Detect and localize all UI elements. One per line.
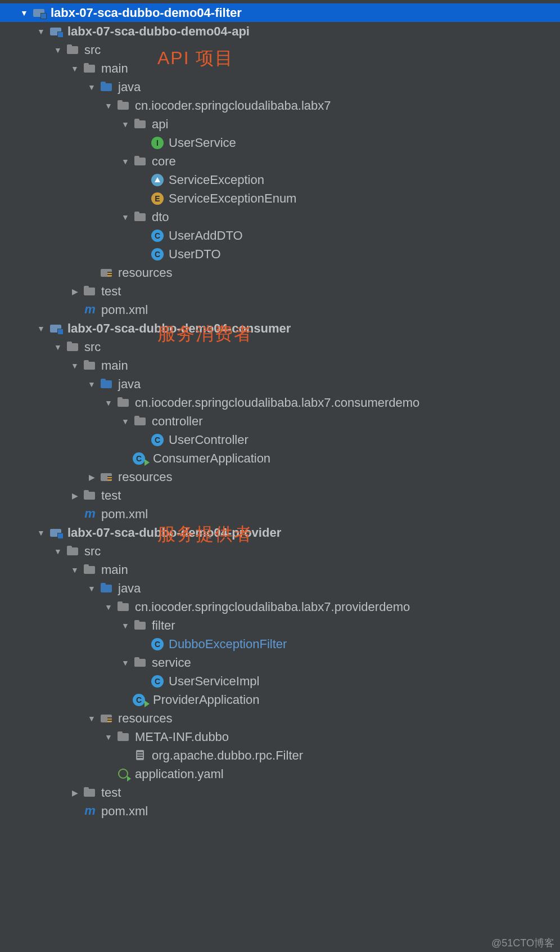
tree-item-label: UserDTO <box>169 247 221 262</box>
expand-arrow-down-icon[interactable]: ▼ <box>70 64 80 73</box>
expand-arrow-down-icon[interactable]: ▼ <box>120 621 130 630</box>
module-provider[interactable]: ▼labx-07-sca-dubbo-demo04-provider <box>0 523 560 542</box>
expand-arrow-down-icon[interactable]: ▼ <box>70 565 80 574</box>
expand-arrow-down-icon[interactable]: ▼ <box>87 714 97 723</box>
package-service[interactable]: ▼service <box>0 653 560 672</box>
expand-arrow-down-icon[interactable]: ▼ <box>70 361 80 370</box>
expand-arrow-down-icon[interactable]: ▼ <box>103 398 114 407</box>
expand-arrow-down-icon[interactable]: ▼ <box>53 547 63 556</box>
package[interactable]: ▼cn.iocoder.springcloudalibaba.labx7.con… <box>0 393 560 412</box>
expand-arrow-right-icon[interactable]: ▶ <box>70 491 80 500</box>
file-pom[interactable]: ▼mpom.xml <box>0 505 560 523</box>
folder-icon <box>83 489 97 502</box>
tree-item-label: src <box>84 544 101 559</box>
class-userserviceimpl[interactable]: ▼CUserServiceImpl <box>0 672 560 690</box>
project-tree[interactable]: ▼labx-07-sca-dubbo-demo04-filter▼labx-07… <box>0 0 560 820</box>
interface-userservice[interactable]: ▼IUserService <box>0 133 560 152</box>
folder-icon <box>66 545 80 558</box>
folder-src[interactable]: ▼src <box>0 338 560 356</box>
expand-arrow-down-icon[interactable]: ▼ <box>120 120 130 129</box>
expand-arrow-down-icon[interactable]: ▼ <box>120 658 130 667</box>
tree-item-label: java <box>118 80 141 95</box>
expand-arrow-down-icon[interactable]: ▼ <box>120 157 130 166</box>
expand-arrow-down-icon[interactable]: ▼ <box>87 380 97 389</box>
package-dto[interactable]: ▼dto <box>0 208 560 226</box>
folder-resources[interactable]: ▶resources <box>0 468 560 486</box>
tree-item-label: src <box>84 43 101 57</box>
folder-icon <box>83 62 97 75</box>
class-userdto[interactable]: ▼CUserDTO <box>0 245 560 263</box>
package-api[interactable]: ▼api <box>0 115 560 133</box>
expand-arrow-down-icon[interactable]: ▼ <box>36 27 46 36</box>
class-dubboexceptionfilter[interactable]: ▼CDubboExceptionFilter <box>0 635 560 653</box>
expand-arrow-down-icon[interactable]: ▼ <box>36 324 46 333</box>
expand-arrow-down-icon[interactable]: ▼ <box>53 343 63 352</box>
tree-item-label: resources <box>118 470 173 484</box>
module-api[interactable]: ▼labx-07-sca-dubbo-demo04-api <box>0 22 560 41</box>
module-root[interactable]: ▼labx-07-sca-dubbo-demo04-filter <box>0 3 560 22</box>
folder-src[interactable]: ▼src <box>0 41 560 59</box>
expand-arrow-down-icon[interactable]: ▼ <box>53 46 63 55</box>
folder-main[interactable]: ▼main <box>0 356 560 375</box>
expand-arrow-down-icon[interactable]: ▼ <box>36 528 46 537</box>
folder-resources[interactable]: ▼resources <box>0 709 560 728</box>
file-application-yaml[interactable]: ▼application.yaml <box>0 765 560 783</box>
class-usercontroller[interactable]: ▼CUserController <box>0 430 560 449</box>
folder-test[interactable]: ▶test <box>0 486 560 505</box>
expand-arrow-down-icon[interactable]: ▼ <box>19 8 29 17</box>
folder-java[interactable]: ▼java <box>0 579 560 598</box>
enum-serviceexceptionenum[interactable]: ▼EServiceExceptionEnum <box>0 189 560 208</box>
package-filter[interactable]: ▼filter <box>0 616 560 635</box>
package[interactable]: ▼cn.iocoder.springcloudalibaba.labx7 <box>0 96 560 115</box>
expand-arrow-down-icon[interactable]: ▼ <box>87 584 97 593</box>
tree-item-label: test <box>101 284 121 299</box>
class-serviceexception[interactable]: ▼ServiceException <box>0 170 560 189</box>
class-consumerapplication[interactable]: ▼CConsumerApplication <box>0 449 560 468</box>
enum-icon: E <box>151 192 164 205</box>
folder-main[interactable]: ▼main <box>0 560 560 579</box>
expand-arrow-down-icon[interactable]: ▼ <box>103 101 114 110</box>
expand-arrow-down-icon[interactable]: ▼ <box>120 417 130 426</box>
class-icon: C <box>151 229 164 243</box>
folder-java[interactable]: ▼java <box>0 375 560 393</box>
source-folder-icon <box>100 80 114 94</box>
expand-arrow-down-icon[interactable]: ▼ <box>103 733 114 742</box>
module-folder-icon <box>33 6 46 20</box>
tree-item-label: resources <box>118 266 173 280</box>
expand-arrow-down-icon[interactable]: ▼ <box>120 213 130 222</box>
class-providerapplication[interactable]: ▼CProviderApplication <box>0 690 560 709</box>
folder-metainf-dubbo[interactable]: ▼META-INF.dubbo <box>0 728 560 746</box>
tree-item-label: UserController <box>169 433 249 447</box>
tree-item-label: application.yaml <box>135 767 224 782</box>
folder-icon <box>66 340 80 354</box>
tree-item-label: UserServiceImpl <box>169 674 259 689</box>
module-folder-icon <box>49 322 63 335</box>
package-core[interactable]: ▼core <box>0 152 560 170</box>
folder-icon <box>134 118 147 131</box>
tree-item-label: main <box>101 358 128 373</box>
expand-arrow-right-icon[interactable]: ▶ <box>87 473 97 482</box>
class-icon: C <box>151 433 164 447</box>
folder-main[interactable]: ▼main <box>0 59 560 78</box>
expand-arrow-right-icon[interactable]: ▶ <box>70 788 80 797</box>
folder-java[interactable]: ▼java <box>0 78 560 96</box>
expand-arrow-right-icon[interactable]: ▶ <box>70 287 80 296</box>
module-consumer[interactable]: ▼labx-07-sca-dubbo-demo04-consumer <box>0 319 560 338</box>
package-controller[interactable]: ▼controller <box>0 412 560 430</box>
folder-test[interactable]: ▶test <box>0 783 560 802</box>
expand-arrow-down-icon[interactable]: ▼ <box>103 603 114 612</box>
tree-item-label: controller <box>152 414 202 429</box>
folder-test[interactable]: ▶test <box>0 282 560 300</box>
folder-src[interactable]: ▼src <box>0 542 560 560</box>
file-pom[interactable]: ▼mpom.xml <box>0 300 560 319</box>
folder-resources[interactable]: ▼resources <box>0 263 560 282</box>
package[interactable]: ▼cn.iocoder.springcloudalibaba.labx7.pro… <box>0 598 560 616</box>
tree-item-label: resources <box>118 711 173 726</box>
file-pom[interactable]: ▼mpom.xml <box>0 802 560 820</box>
tree-item-label: java <box>118 377 141 392</box>
exception-class-icon <box>151 173 164 187</box>
tree-item-label: test <box>101 488 121 503</box>
file-spi-filter[interactable]: ▼org.apache.dubbo.rpc.Filter <box>0 746 560 765</box>
expand-arrow-down-icon[interactable]: ▼ <box>87 83 97 92</box>
class-useradddto[interactable]: ▼CUserAddDTO <box>0 226 560 245</box>
